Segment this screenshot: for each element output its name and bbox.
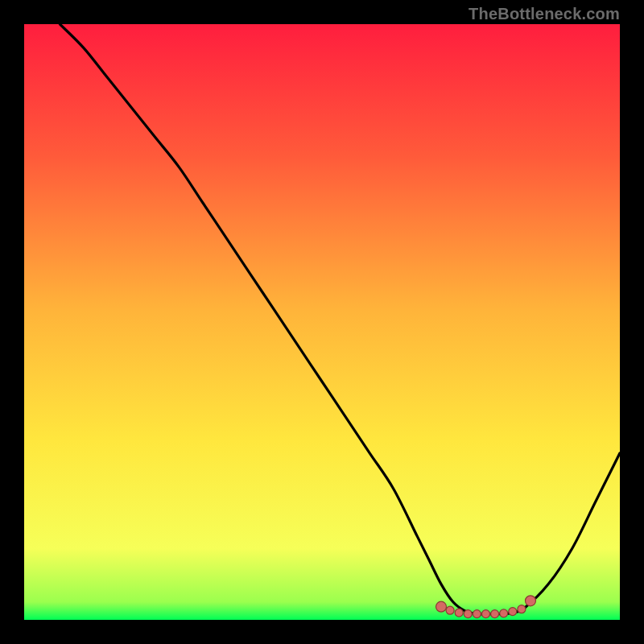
- watermark-text: TheBottleneck.com: [469, 5, 620, 23]
- dot: [509, 608, 517, 616]
- dot: [518, 605, 526, 613]
- dot: [464, 610, 472, 618]
- dot: [500, 609, 508, 617]
- dot: [526, 596, 536, 606]
- chart-svg: [24, 24, 620, 620]
- plot-area: [24, 24, 620, 620]
- chart-frame: TheBottleneck.com: [0, 0, 644, 644]
- dot: [473, 610, 481, 618]
- dot: [455, 609, 463, 617]
- bottleneck-curve: [60, 24, 620, 614]
- dot: [446, 606, 454, 614]
- dot: [436, 601, 447, 612]
- dot: [482, 610, 490, 618]
- dot: [491, 610, 499, 618]
